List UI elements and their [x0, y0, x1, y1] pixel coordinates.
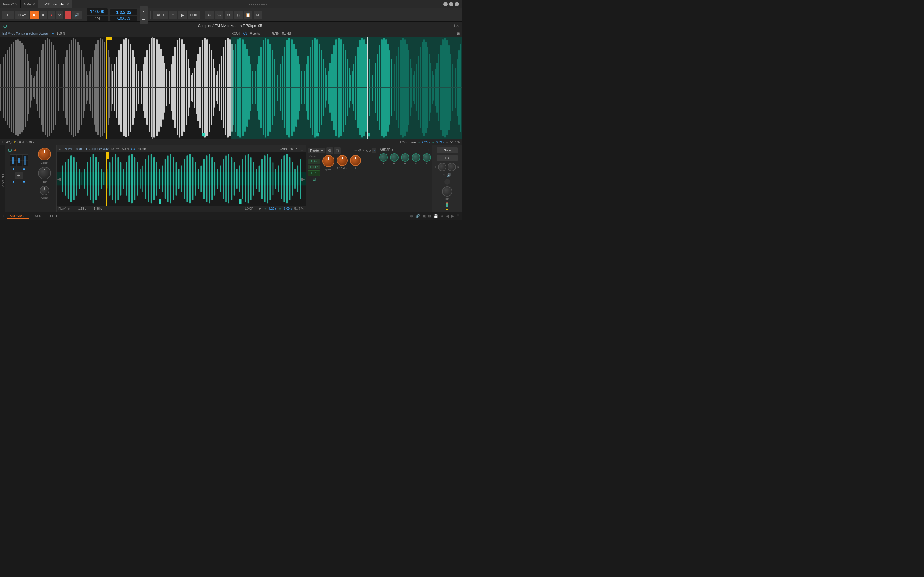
ahdsr-arrow[interactable]: ▾ — [392, 148, 393, 152]
paste-button[interactable]: 📋 — [244, 11, 252, 19]
grid-pattern-btn[interactable]: ⊞ — [308, 177, 320, 182]
file-button[interactable]: FILE — [2, 11, 14, 19]
sampler-mini-grid[interactable] — [10, 155, 28, 166]
ahdsr-a-knob[interactable] — [379, 153, 388, 162]
repitch-button[interactable]: Repitch ▾ — [308, 148, 325, 153]
tempo-display[interactable]: 110.00 — [87, 8, 108, 15]
next-button[interactable]: ▶ — [301, 176, 305, 182]
bars-display[interactable]: 1.2.3.33 — [110, 9, 137, 15]
play-arrow-2[interactable]: ↺ — [358, 148, 361, 153]
play-mode-button[interactable]: PLAY — [308, 159, 320, 164]
mini-play-icon[interactable]: ▷ — [68, 207, 71, 210]
copy-button[interactable]: ⎘ — [234, 11, 243, 19]
mini-gain[interactable]: 0.0 dB — [289, 147, 297, 151]
settings2-icon[interactable]: ⚙ — [440, 214, 444, 218]
arrow-left-icon[interactable]: ◀ — [446, 214, 449, 218]
end-marker-line[interactable] — [367, 37, 368, 139]
time-sig-display[interactable]: 4/4 — [87, 16, 108, 21]
record-button[interactable]: ● — [48, 11, 55, 19]
tab-bws4[interactable]: BWS4_Sampler ✕ — [38, 0, 72, 8]
cents-value[interactable]: 0 cents — [250, 32, 260, 35]
play-arrow-4[interactable]: ↘ — [365, 148, 368, 153]
play-icon-button[interactable]: ▶ — [30, 11, 39, 19]
start-marker-line[interactable] — [108, 37, 109, 139]
sync-button[interactable]: ⇌ — [140, 15, 148, 24]
start-marker-flag[interactable] — [108, 37, 112, 40]
undo-button[interactable]: ↩ — [205, 11, 214, 19]
click-button[interactable]: 🔊 — [73, 11, 81, 19]
grid-icon-btn[interactable]: ⊞ — [334, 147, 341, 154]
ahdsr-d-knob[interactable] — [401, 153, 409, 162]
play-arrow-3[interactable]: ↗ — [362, 148, 365, 153]
mini-wave-settings[interactable]: ⊞ — [300, 147, 304, 151]
play-arrow-5[interactable]: ↙ — [369, 148, 372, 153]
status-info-icon[interactable]: ℹ — [2, 214, 3, 218]
output-knob[interactable] — [442, 186, 452, 197]
mini-cents[interactable]: 0 cents — [137, 147, 147, 151]
grid-icon[interactable]: ⊞ — [457, 32, 460, 35]
root-value[interactable]: C3 — [243, 32, 247, 35]
edit-button[interactable]: EDIT — [188, 11, 200, 19]
a-knob[interactable] — [350, 155, 361, 166]
note-button[interactable]: Note — [437, 147, 458, 153]
save-icon[interactable]: 💾 — [433, 214, 438, 218]
arrange-tab[interactable]: ARRANGE — [6, 213, 29, 219]
scissors-button[interactable]: ✂ — [225, 11, 233, 19]
pan-left-knob[interactable] — [438, 163, 446, 171]
loop-mode-button[interactable]: LOOP — [308, 165, 320, 169]
stop-button[interactable]: ■ — [40, 11, 47, 19]
close-icon[interactable]: ✕ — [66, 2, 69, 6]
overdub-button[interactable]: + — [65, 11, 71, 19]
close-icon[interactable]: ✕ — [32, 2, 35, 6]
play-icon[interactable]: ▷ — [10, 141, 12, 144]
ahdsr-h-knob[interactable] — [390, 153, 399, 162]
add-sampler-button[interactable]: + — [15, 172, 23, 179]
speed-knob[interactable] — [322, 155, 334, 167]
select-knob[interactable] — [38, 148, 51, 161]
duplicate-button[interactable]: ⧉ — [254, 11, 262, 19]
maximize-button[interactable] — [449, 2, 453, 6]
arrow-right-icon[interactable]: ▶ — [451, 214, 454, 218]
play-button[interactable]: PLAY — [15, 11, 28, 19]
glide-knob[interactable] — [40, 186, 49, 195]
tab-new2[interactable]: New 2* ✕ — [0, 0, 21, 8]
minimize-button[interactable] — [443, 2, 447, 6]
grid2-icon[interactable]: ⊞ — [428, 214, 431, 218]
waveform-container[interactable] — [0, 37, 462, 139]
link-icon[interactable]: 🔗 — [415, 214, 420, 218]
waveform-area[interactable] — [0, 37, 462, 139]
layout-icon[interactable]: ▣ — [422, 214, 426, 218]
playback-button[interactable]: ▶ — [178, 11, 187, 19]
prev-button[interactable]: ◀ — [57, 176, 61, 182]
loop-region[interactable] — [231, 37, 462, 139]
connect-icon[interactable]: ⊕ — [410, 214, 413, 218]
fx-button[interactable]: FX — [437, 155, 458, 161]
mixer-button[interactable]: ≡ — [169, 11, 177, 19]
close-sampler-button[interactable]: ✕ — [456, 24, 459, 28]
freq-knob[interactable] — [337, 155, 348, 166]
ahdsr-link-btn[interactable]: → — [426, 147, 430, 152]
gain-value[interactable]: 0.0 dB — [282, 32, 291, 35]
metronome-button[interactable]: ♩ — [140, 6, 148, 15]
mini-root[interactable]: C3 — [131, 147, 135, 151]
len-mode-button[interactable]: LEN — [308, 171, 320, 176]
automation-button[interactable]: ⟳ — [56, 11, 63, 19]
start-marker[interactable] — [106, 37, 107, 139]
play-arrow-1[interactable]: ↩ — [354, 148, 357, 153]
menu-icon[interactable]: ☰ — [456, 214, 460, 218]
close-button[interactable] — [455, 2, 459, 6]
pitch-knob[interactable] — [38, 167, 51, 179]
time-display[interactable]: 0:00.863 — [110, 16, 137, 21]
close-icon[interactable]: ✕ — [15, 2, 18, 6]
tab-mpe[interactable]: MPE ✕ — [21, 0, 38, 8]
settings-icon-btn[interactable]: ⚙ — [326, 147, 333, 154]
mix-tab[interactable]: MIX — [32, 213, 44, 219]
sampler-power-button[interactable]: ⏻ — [3, 23, 7, 28]
mini-wave-body[interactable]: ◀ ▶ — [57, 152, 305, 206]
speaker-button[interactable]: 🔊 — [447, 173, 451, 177]
ahdsr-r-knob[interactable] — [423, 153, 431, 162]
add-button[interactable]: ADD — [153, 11, 167, 19]
add-fx-button[interactable]: + — [444, 179, 450, 185]
redo-button[interactable]: ↪ — [215, 11, 223, 19]
edit-tab[interactable]: EDIT — [47, 213, 60, 219]
